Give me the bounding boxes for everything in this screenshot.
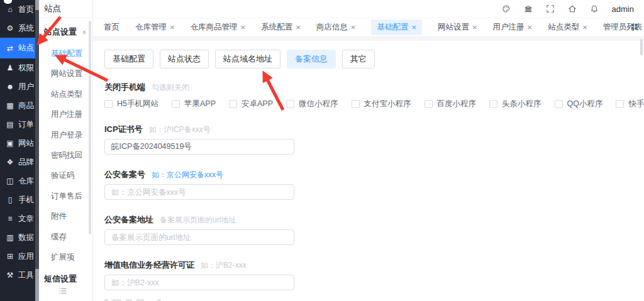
submenu-group[interactable]: 邮箱设置 <box>39 298 92 301</box>
checkbox[interactable] <box>425 100 433 108</box>
building-icon[interactable] <box>524 4 533 13</box>
checkbox[interactable] <box>352 100 360 108</box>
workspace-tab[interactable]: 用户注册× <box>493 22 533 33</box>
submenu-group-site-settings[interactable]: 站点设置 ∧ <box>39 23 92 41</box>
workspace-tab[interactable]: 首页 <box>104 22 119 33</box>
close-icon[interactable]: × <box>582 23 587 31</box>
section-tab[interactable]: 站点状态 <box>160 50 209 68</box>
submenu-group-label: 短信设置 <box>44 273 77 285</box>
submenu-item[interactable]: 订单售后 <box>39 186 92 206</box>
section-tab[interactable]: 基础配置 <box>104 50 153 68</box>
workspace-tab[interactable]: 站点类型× <box>548 22 587 33</box>
submenu-item[interactable]: 网站设置 <box>39 63 92 84</box>
primary-nav-item[interactable]: ≡文章 <box>0 209 35 228</box>
tab-list-grid-icon[interactable] <box>630 23 638 31</box>
workspace-tab[interactable]: 仓库管理× <box>135 22 175 33</box>
checkbox[interactable] <box>489 100 497 108</box>
primary-nav-item[interactable]: ⌂首页 <box>0 0 35 19</box>
form-field: ICP证书号如：沪ICP备xxx号 <box>104 123 644 155</box>
checkbox[interactable] <box>104 100 113 108</box>
gear-icon: ⚙ <box>6 24 14 33</box>
workspace-tab[interactable]: 商店信息× <box>316 22 356 33</box>
submenu-scrollbar-thumb[interactable] <box>89 21 91 234</box>
submenu-item[interactable]: 缓存 <box>39 227 92 247</box>
field-input[interactable] <box>104 184 294 200</box>
checkbox-option[interactable]: 头条小程序 <box>489 99 541 109</box>
bell-icon[interactable] <box>590 4 599 13</box>
user-menu[interactable]: admin <box>612 4 634 14</box>
field-hint: 勾选则关闭 <box>152 83 189 92</box>
scrollbar-thumb[interactable] <box>35 0 39 10</box>
primary-nav-item[interactable]: ⚙系统 <box>0 19 35 38</box>
primary-nav-item[interactable]: ♟权限 <box>0 58 35 77</box>
checkbox-option[interactable]: 安卓APP <box>229 99 273 109</box>
checkbox-option[interactable]: QQ小程序 <box>555 99 603 109</box>
workspace-tab[interactable]: 网站设置× <box>438 22 477 33</box>
submenu-item[interactable]: 站点类型 <box>39 84 92 104</box>
workspace-tab[interactable]: 仓库商品管理× <box>191 22 246 33</box>
primary-nav-item[interactable]: ☻用户 <box>0 77 35 96</box>
section-tab[interactable]: 其它 <box>342 50 375 68</box>
checkbox[interactable] <box>172 100 180 108</box>
primary-nav-item[interactable]: ▣网站 <box>0 134 35 153</box>
checkbox-option[interactable]: 微信小程序 <box>286 99 338 109</box>
main-scrollbar-thumb[interactable] <box>640 39 643 55</box>
checkbox[interactable] <box>286 100 294 108</box>
submenu-item[interactable]: 用户注册 <box>39 104 92 124</box>
checkbox[interactable] <box>616 100 624 108</box>
field-hint-link[interactable]: 如：京公网安备xxx号 <box>152 170 223 179</box>
checkbox-option[interactable]: H5手机网站 <box>104 99 158 109</box>
phone-icon: ▯ <box>6 195 14 204</box>
primary-nav-item[interactable]: ⊞应用 <box>0 247 35 266</box>
main-area: admin 首页仓库管理×仓库商品管理×系统配置×商店信息×基础配置×网站设置×… <box>93 0 644 301</box>
workspace-tab[interactable]: 系统配置× <box>261 22 301 33</box>
primary-nav-item[interactable]: ▤订单 <box>0 115 35 134</box>
checkbox-label: QQ小程序 <box>567 99 603 109</box>
primary-nav-item[interactable]: ◫仓库 <box>0 172 35 190</box>
close-icon[interactable]: × <box>170 23 175 31</box>
checkbox[interactable] <box>229 100 237 108</box>
submenu-item[interactable]: 扩展项 <box>39 247 92 267</box>
close-icon[interactable]: × <box>411 23 416 31</box>
close-icon[interactable]: × <box>241 23 246 31</box>
primary-sidebar-scrollbar[interactable] <box>35 0 39 301</box>
user-icon: ☻ <box>6 82 14 91</box>
primary-nav-item[interactable]: ⚒工具 <box>0 266 35 285</box>
submenu-item[interactable]: 基础配置 <box>39 43 92 63</box>
close-icon[interactable]: × <box>528 23 533 31</box>
fullscreen-icon[interactable] <box>546 4 555 13</box>
field-input[interactable] <box>104 139 294 155</box>
primary-sidebar: ⌂首页⚙系统⇄站点♟权限☻用户▦商品▤订单▣网站❖品牌◫仓库▯手机≡文章▥数据⊞… <box>0 0 39 301</box>
submenu-title: 站点 <box>39 0 92 18</box>
checkbox-option[interactable]: 百度小程序 <box>425 99 477 109</box>
checkbox-option[interactable]: 苹果APP <box>172 99 216 109</box>
checkbox[interactable] <box>555 100 563 108</box>
palette-icon[interactable] <box>502 4 511 13</box>
primary-nav-label: 首页 <box>18 4 34 15</box>
section-tab[interactable]: 站点域名地址 <box>215 50 280 68</box>
form-fields: ICP证书号如：沪ICP备xxx号公安备案号如：京公网安备xxx号公安备案地址备… <box>104 123 644 290</box>
primary-nav-item[interactable]: ⇄站点 <box>0 38 35 58</box>
primary-nav-item[interactable]: ▥数据 <box>0 228 35 247</box>
field-input[interactable] <box>104 275 294 290</box>
submenu-group[interactable]: 短信设置 <box>39 271 92 287</box>
checkbox-label: 百度小程序 <box>437 99 477 109</box>
close-icon[interactable]: × <box>351 23 356 31</box>
primary-nav-label: 仓库 <box>18 176 34 187</box>
checkbox-option[interactable]: 快手小程序 <box>616 99 644 109</box>
home-icon[interactable] <box>568 4 577 13</box>
checkbox-option[interactable]: 支付宝小程序 <box>352 99 411 109</box>
submenu-item[interactable]: 验证码 <box>39 165 92 185</box>
submenu-item[interactable]: 用户登录 <box>39 125 92 145</box>
close-icon[interactable]: × <box>296 23 301 31</box>
primary-nav-item[interactable]: ▯手机 <box>0 190 35 209</box>
primary-nav-item[interactable]: ▦商品 <box>0 96 35 115</box>
primary-nav-item[interactable]: ❖品牌 <box>0 153 35 172</box>
close-icon[interactable]: × <box>472 23 477 31</box>
scrollbar-thumb[interactable] <box>35 269 39 301</box>
submenu-item[interactable]: 密码找回 <box>39 145 92 165</box>
section-tab[interactable]: 备案信息 <box>287 50 336 68</box>
field-input[interactable] <box>104 229 294 245</box>
submenu-item[interactable]: 附件 <box>39 206 92 226</box>
workspace-tab[interactable]: 基础配置× <box>371 19 422 35</box>
